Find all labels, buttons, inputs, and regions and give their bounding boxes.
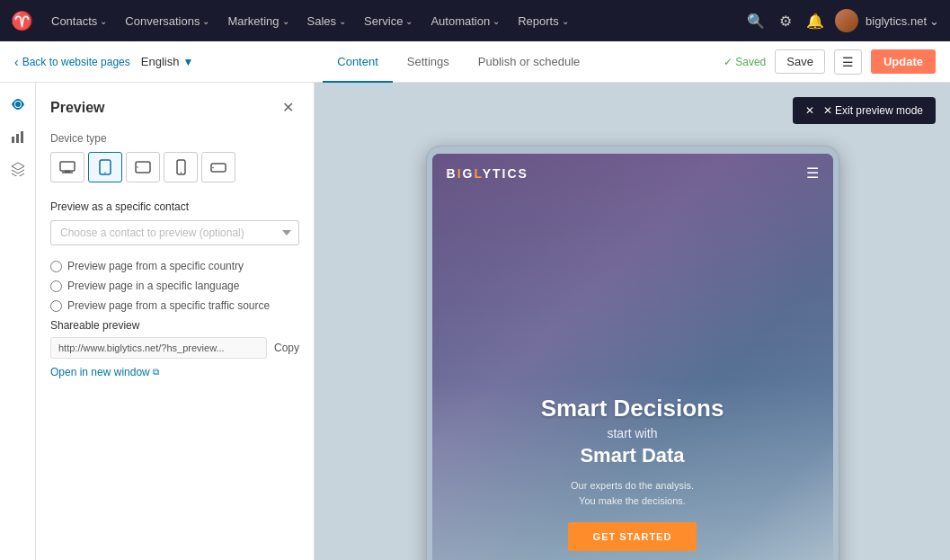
hero-title: Smart Decisions <box>450 395 815 422</box>
tab-settings[interactable]: Settings <box>393 42 464 83</box>
radio-traffic-label: Preview page from a specific traffic sou… <box>67 299 270 312</box>
preview-title: Preview <box>50 100 104 116</box>
svg-rect-3 <box>21 131 23 143</box>
svg-point-8 <box>104 172 106 173</box>
preview-icon[interactable] <box>4 90 32 119</box>
contact-select[interactable]: Choose a contact to preview (optional) <box>50 220 299 245</box>
avatar[interactable] <box>835 9 858 32</box>
language-selector[interactable]: English ▼ <box>141 55 194 68</box>
save-controls: ✓ Saved Save ☰ Update <box>724 49 936 75</box>
nav-sales[interactable]: Sales ⌄ <box>300 11 354 31</box>
site-hamburger-icon[interactable]: ☰ <box>806 164 819 182</box>
device-mobile-landscape-button[interactable] <box>201 152 235 182</box>
account-chevron-icon: ⌄ <box>929 14 939 28</box>
contacts-chevron-icon: ⌄ <box>100 16 107 26</box>
nav-marketing[interactable]: Marketing ⌄ <box>220 11 296 31</box>
copy-button[interactable]: Copy <box>274 342 299 354</box>
close-icon: ✕ <box>805 104 814 117</box>
saved-status: ✓ Saved <box>724 56 766 68</box>
more-options-button[interactable]: ☰ <box>834 49 862 75</box>
svg-point-10 <box>137 166 138 168</box>
nav-right: 🔍 ⚙ 🔔 biglytics.net ⌄ <box>743 9 939 33</box>
nav-conversations[interactable]: Conversations ⌄ <box>118 11 217 31</box>
reports-chevron-icon: ⌄ <box>562 16 569 26</box>
sidebar-icons <box>0 83 36 560</box>
device-tablet-button[interactable] <box>88 152 122 182</box>
language-chevron-icon: ▼ <box>182 56 193 68</box>
radio-language[interactable]: Preview page in a specific language <box>50 280 299 292</box>
nav-service[interactable]: Service ⌄ <box>357 11 420 31</box>
site-logo: BIGLYTICS <box>447 166 528 181</box>
account-name[interactable]: biglytics.net ⌄ <box>866 14 939 28</box>
device-tablet-landscape-button[interactable] <box>126 152 160 182</box>
hubspot-logo[interactable]: ♈ <box>11 12 33 30</box>
shareable-url-row: http://www.biglytics.net/?hs_preview... … <box>50 337 299 359</box>
preview-panel: Preview ✕ Device type Preview as a speci… <box>36 83 315 560</box>
analytics-icon[interactable] <box>4 122 32 151</box>
conversations-chevron-icon: ⌄ <box>202 16 209 26</box>
hero-title2: Smart Data <box>450 444 815 467</box>
notifications-icon[interactable]: 🔔 <box>803 9 828 33</box>
svg-point-12 <box>180 172 182 173</box>
tab-publish[interactable]: Publish or schedule <box>464 42 594 83</box>
exit-preview-button[interactable]: ✕ ✕ Exit preview mode <box>793 97 936 124</box>
nav-contacts[interactable]: Contacts ⌄ <box>44 11 114 31</box>
tablet-screen: BIGLYTICS ☰ Smart Decisions start with S… <box>432 154 833 560</box>
back-to-website-pages[interactable]: Back to website pages <box>14 55 130 69</box>
hero-subtitle: start with <box>450 426 815 440</box>
update-button[interactable]: Update <box>871 49 936 74</box>
service-chevron-icon: ⌄ <box>405 16 413 26</box>
preview-area: ✕ ✕ Exit preview mode BIGLYTICS ☰ Smart … <box>315 83 950 560</box>
hero-description: Our experts do the analysis.You make the… <box>450 478 815 508</box>
search-icon[interactable]: 🔍 <box>743 9 768 33</box>
external-link-icon: ⧉ <box>153 367 159 378</box>
svg-rect-2 <box>16 134 19 143</box>
tab-content[interactable]: Content <box>323 42 393 83</box>
top-nav: ♈ Contacts ⌄ Conversations ⌄ Marketing ⌄… <box>0 0 950 41</box>
page-tabs: Content Settings Publish or schedule <box>204 41 713 82</box>
cta-button[interactable]: GET STARTED <box>568 522 697 551</box>
main-content: Preview ✕ Device type Preview as a speci… <box>0 83 950 560</box>
svg-rect-1 <box>12 137 14 143</box>
svg-point-14 <box>212 166 214 168</box>
contact-section-label: Preview as a specific contact <box>50 200 299 213</box>
device-type-label: Device type <box>50 132 299 145</box>
hero-content: Smart Decisions start with Smart Data Ou… <box>432 395 833 551</box>
marketing-chevron-icon: ⌄ <box>282 16 289 26</box>
open-in-new-window-link[interactable]: Open in new window ⧉ <box>50 366 299 378</box>
sales-chevron-icon: ⌄ <box>339 16 346 26</box>
nav-reports[interactable]: Reports ⌄ <box>511 11 576 31</box>
shareable-url: http://www.biglytics.net/?hs_preview... <box>50 337 267 359</box>
close-preview-button[interactable]: ✕ <box>277 97 299 118</box>
svg-rect-4 <box>60 162 75 171</box>
tablet-frame: BIGLYTICS ☰ Smart Decisions start with S… <box>426 146 839 560</box>
device-desktop-button[interactable] <box>50 152 84 182</box>
radio-country-label: Preview page from a specific country <box>67 260 244 272</box>
device-mobile-button[interactable] <box>164 152 198 182</box>
automation-chevron-icon: ⌄ <box>493 16 500 26</box>
nav-automation[interactable]: Automation ⌄ <box>423 11 507 31</box>
preview-header: Preview ✕ <box>50 97 299 118</box>
svg-point-0 <box>15 102 21 107</box>
save-button[interactable]: Save <box>775 49 825 74</box>
shareable-label: Shareable preview <box>50 319 299 332</box>
layers-icon[interactable] <box>4 155 32 183</box>
settings-icon[interactable]: ⚙ <box>776 9 795 33</box>
secondary-nav: Back to website pages English ▼ Content … <box>0 41 950 83</box>
radio-traffic[interactable]: Preview page from a specific traffic sou… <box>50 299 299 312</box>
device-buttons <box>50 152 299 182</box>
radio-language-label: Preview page in a specific language <box>67 280 239 292</box>
website-header: BIGLYTICS ☰ <box>432 154 833 192</box>
radio-country[interactable]: Preview page from a specific country <box>50 260 299 272</box>
